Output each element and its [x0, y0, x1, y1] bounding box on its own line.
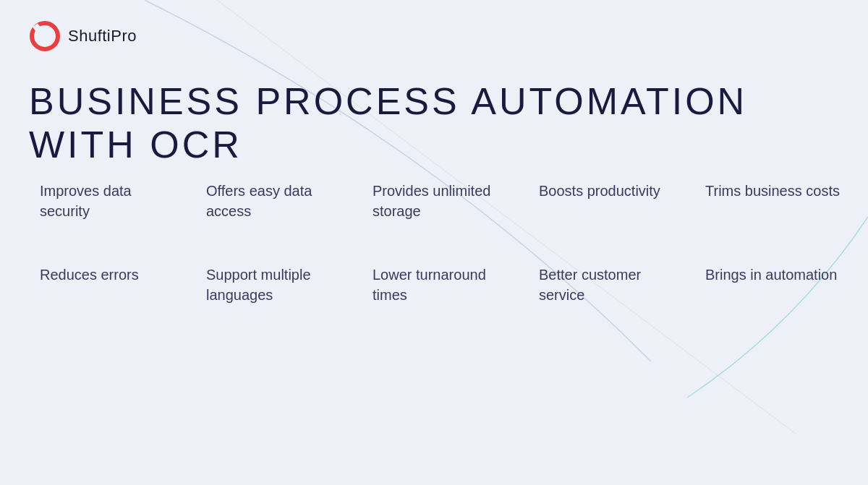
page-title: BUSINESS PROCESS AUTOMATION WITH OCR [29, 80, 868, 166]
svg-line-1 [34, 25, 39, 29]
feature-item-8: Lower turnaround times [362, 257, 521, 312]
logo-text: ShuftiPro [68, 27, 137, 46]
feature-item-9: Better customer service [528, 257, 687, 312]
feature-item-6: Reduces errors [29, 257, 188, 312]
feature-item-1: Improves data security [29, 173, 188, 228]
features-grid: Improves data security Offers easy data … [29, 173, 854, 312]
feature-item-2: Offers easy data access [195, 173, 354, 228]
feature-item-7: Support multiple languages [195, 257, 354, 312]
feature-item-10: Brings in automation [694, 257, 854, 312]
header: ShuftiPro [29, 20, 137, 52]
feature-item-4: Boosts productivity [528, 173, 687, 228]
feature-item-5: Trims business costs [694, 173, 854, 228]
feature-item-3: Provides unlimited storage [362, 173, 521, 228]
logo-icon [29, 20, 61, 52]
